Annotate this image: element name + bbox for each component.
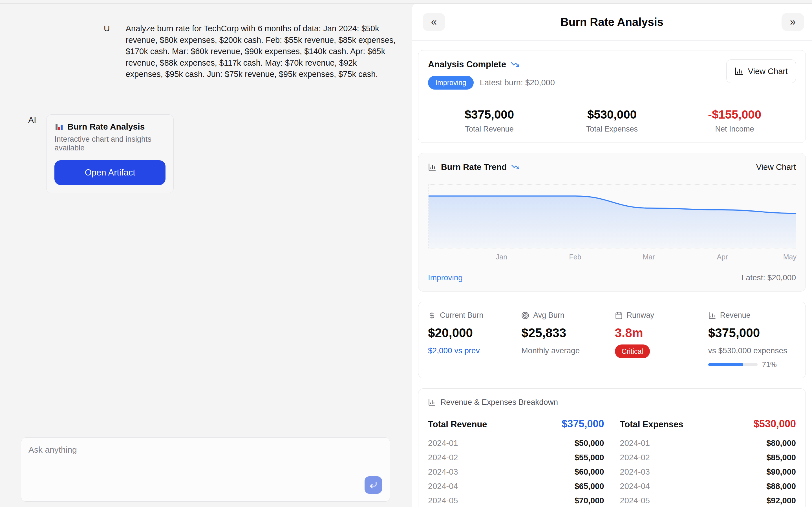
stat-value: $25,833 (521, 326, 609, 340)
expenses-title: Total Expenses (620, 419, 683, 430)
progress-label: 71% (762, 360, 777, 369)
send-button[interactable] (364, 476, 382, 494)
user-message-text: Analyze burn rate for TechCorp with 6 mo… (126, 23, 396, 80)
target-icon (521, 312, 529, 320)
stat-sub: vs $530,000 expenses (708, 346, 796, 355)
metric-value: -$155,000 (673, 108, 796, 121)
x-tick-label: Mar (643, 253, 655, 261)
bar-chart-emoji-icon (54, 122, 63, 131)
metric-value: $375,000 (428, 108, 551, 121)
revenue-total: $375,000 (562, 418, 604, 430)
table-row: 2024-02$55,000 (428, 450, 604, 465)
table-row: 2024-02$85,000 (620, 450, 796, 465)
artifact-title: Burn Rate Analysis (67, 122, 145, 131)
summary-divider (428, 98, 796, 98)
expenses-column: Total Expenses $530,000 2024-01$80,000 2… (620, 418, 796, 507)
artifact-subtitle: Interactive chart and insights available (54, 135, 165, 152)
stat-value: $20,000 (428, 326, 516, 340)
table-row: 2024-03$60,000 (428, 465, 604, 479)
summary-heading: Analysis Complete (428, 59, 506, 69)
x-axis-ticks: JanFebMarAprMay (428, 253, 796, 266)
x-tick-label: Jan (496, 253, 507, 261)
expenses-total: $530,000 (754, 418, 796, 430)
trend-status: Improving (428, 273, 463, 282)
user-avatar: U (104, 23, 110, 80)
revenue-column: Total Revenue $375,000 2024-01$50,000 20… (428, 418, 604, 507)
ai-message: AI Burn Rate Analysis Interactive chart … (28, 114, 406, 193)
metric-total-revenue: $375,000 Total Revenue (428, 108, 551, 133)
trending-down-icon (511, 163, 520, 171)
summary-card: Analysis Complete Improving Latest burn:… (418, 50, 806, 143)
stats-card: Current Burn $20,000 $2,000 vs prev (418, 302, 806, 378)
trend-title: Burn Rate Trend (441, 162, 507, 172)
trend-view-chart-button[interactable]: View Chart (756, 163, 796, 172)
status-badge: Improving (428, 76, 474, 90)
stat-value: 3.8m (615, 326, 703, 340)
calendar-icon (615, 312, 623, 320)
table-row: 2024-01$50,000 (428, 436, 604, 450)
stat-current-burn: Current Burn $20,000 $2,000 vs prev (428, 311, 516, 369)
artifact-card[interactable]: Burn Rate Analysis Interactive chart and… (46, 114, 174, 193)
app-root: U Analyze burn rate for TechCorp with 6 … (0, 4, 812, 507)
latest-burn-text: Latest burn: $20,000 (480, 78, 555, 87)
trend-latest: Latest: $20,000 (742, 273, 796, 282)
open-artifact-button[interactable]: Open Artifact (54, 160, 165, 185)
metric-label: Net Income (673, 125, 796, 133)
table-row: 2024-05$92,000 (620, 494, 796, 507)
metric-label: Total Revenue (428, 125, 551, 133)
bar-chart-icon (428, 163, 437, 171)
window-titlebar (0, 0, 812, 4)
ai-avatar: AI (28, 114, 36, 126)
bar-chart-icon (708, 312, 716, 320)
table-row: 2024-04$88,000 (620, 479, 796, 494)
metric-total-expenses: $530,000 Total Expenses (551, 108, 673, 133)
burn-rate-line-chart (428, 184, 796, 248)
return-arrow-icon (369, 481, 377, 489)
user-message: U Analyze burn rate for TechCorp with 6 … (104, 23, 406, 80)
collapse-right-button[interactable]: » (781, 13, 804, 31)
metric-label: Total Expenses (551, 125, 673, 133)
revenue-progress-fill (708, 363, 743, 366)
chat-input[interactable] (29, 445, 356, 494)
revenue-progress-bar (708, 363, 758, 366)
metric-net-income: -$155,000 Net Income (673, 108, 796, 133)
table-row: 2024-05$70,000 (428, 494, 604, 507)
stat-avg-burn: Avg Burn $25,833 Monthly average (521, 311, 609, 369)
stat-value: $375,000 (708, 326, 796, 340)
composer (21, 438, 390, 502)
table-row: 2024-03$90,000 (620, 465, 796, 479)
metric-value: $530,000 (551, 108, 673, 121)
collapse-left-button[interactable]: « (423, 13, 445, 31)
view-chart-button[interactable]: View Chart (726, 59, 796, 83)
table-row: 2024-04$65,000 (428, 479, 604, 494)
panel-header: « Burn Rate Analysis » (412, 4, 812, 41)
dollar-sign-icon (428, 312, 436, 320)
critical-badge: Critical (615, 344, 650, 358)
x-tick-label: Feb (569, 253, 581, 261)
x-tick-label: Apr (717, 253, 728, 261)
panel-title: Burn Rate Analysis (560, 16, 663, 29)
stat-sub: $2,000 vs prev (428, 346, 516, 355)
pane-divider (406, 4, 412, 507)
bar-chart-icon (428, 398, 436, 406)
stat-runway: Runway 3.8m Critical (615, 311, 703, 369)
panel-body: Analysis Complete Improving Latest burn:… (412, 41, 812, 507)
table-row: 2024-01$80,000 (620, 436, 796, 450)
revenue-title: Total Revenue (428, 419, 487, 430)
trending-down-icon (511, 60, 520, 69)
chat-pane: U Analyze burn rate for TechCorp with 6 … (0, 4, 406, 507)
burn-rate-trend-card: Burn Rate Trend View Chart (418, 153, 806, 291)
stat-revenue: Revenue $375,000 vs $530,000 expenses 71… (708, 311, 796, 369)
chart-area-fill (428, 196, 796, 248)
stat-sub: Monthly average (521, 346, 609, 355)
x-tick-label: May (783, 253, 797, 261)
breakdown-heading: Revenue & Expenses Breakdown (441, 398, 558, 407)
analysis-panel: « Burn Rate Analysis » Analysis Complete (412, 4, 812, 507)
bar-chart-icon (734, 67, 744, 76)
breakdown-card: Revenue & Expenses Breakdown Total Reven… (418, 388, 806, 507)
